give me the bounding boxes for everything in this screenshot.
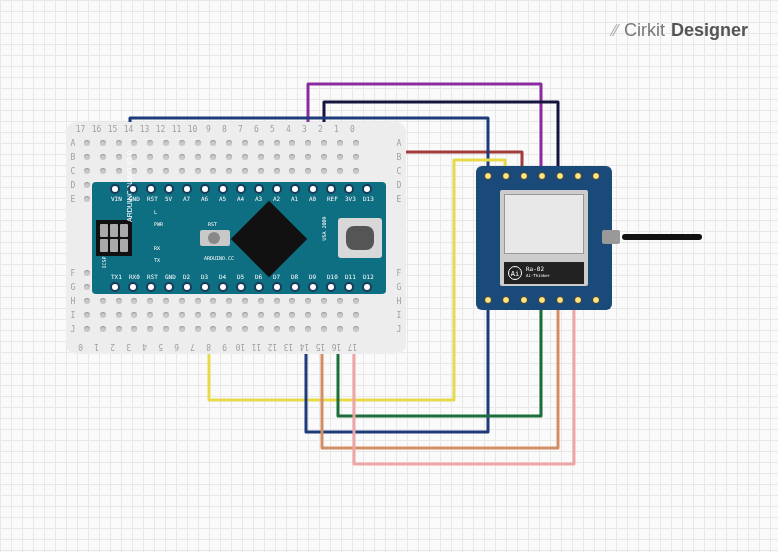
bb-hole[interactable]	[84, 270, 90, 276]
bb-hole[interactable]	[242, 154, 248, 160]
nano-pin-a5[interactable]	[218, 184, 228, 194]
lora-pin-sck[interactable]	[556, 296, 564, 304]
bb-hole[interactable]	[305, 298, 311, 304]
bb-hole[interactable]	[147, 168, 153, 174]
lora-pin-dio3[interactable]	[592, 172, 600, 180]
nano-pin-a3[interactable]	[254, 184, 264, 194]
bb-hole[interactable]	[100, 168, 106, 174]
bb-hole[interactable]	[179, 140, 185, 146]
bb-hole[interactable]	[242, 168, 248, 174]
bb-hole[interactable]	[337, 326, 343, 332]
bb-hole[interactable]	[116, 168, 122, 174]
bb-hole[interactable]	[116, 140, 122, 146]
lora-pin-nss[interactable]	[502, 296, 510, 304]
nano-pin-d9[interactable]	[308, 282, 318, 292]
bb-hole[interactable]	[84, 196, 90, 202]
lora-pin-dio2[interactable]	[574, 172, 582, 180]
bb-hole[interactable]	[305, 326, 311, 332]
nano-pin-a6[interactable]	[200, 184, 210, 194]
bb-hole[interactable]	[353, 298, 359, 304]
nano-pin-gnd[interactable]	[128, 184, 138, 194]
bb-hole[interactable]	[147, 154, 153, 160]
bb-hole[interactable]	[321, 140, 327, 146]
bb-hole[interactable]	[84, 182, 90, 188]
bb-hole[interactable]	[226, 154, 232, 160]
bb-hole[interactable]	[131, 312, 137, 318]
bb-hole[interactable]	[321, 168, 327, 174]
bb-hole[interactable]	[179, 154, 185, 160]
arduino-nano[interactable]: ICSP ARDUINO NANO V3.0 ARDUINO.CC RST US…	[92, 182, 386, 294]
bb-hole[interactable]	[258, 298, 264, 304]
bb-hole[interactable]	[289, 312, 295, 318]
bb-hole[interactable]	[337, 168, 343, 174]
lora-pin-rst[interactable]	[520, 172, 528, 180]
nano-pin-a2[interactable]	[272, 184, 282, 194]
bb-hole[interactable]	[258, 154, 264, 160]
bb-hole[interactable]	[226, 326, 232, 332]
nano-reset-button[interactable]	[200, 230, 230, 246]
nano-pin-vin[interactable]	[110, 184, 120, 194]
bb-hole[interactable]	[289, 168, 295, 174]
bb-hole[interactable]	[258, 140, 264, 146]
bb-hole[interactable]	[289, 298, 295, 304]
bb-hole[interactable]	[163, 298, 169, 304]
bb-hole[interactable]	[305, 168, 311, 174]
bb-hole[interactable]	[274, 154, 280, 160]
bb-hole[interactable]	[84, 298, 90, 304]
nano-usb-port[interactable]	[338, 218, 382, 258]
nano-pin-d6[interactable]	[254, 282, 264, 292]
bb-hole[interactable]	[321, 326, 327, 332]
bb-hole[interactable]	[116, 326, 122, 332]
bb-hole[interactable]	[116, 312, 122, 318]
bb-hole[interactable]	[258, 168, 264, 174]
bb-hole[interactable]	[321, 154, 327, 160]
bb-hole[interactable]	[147, 312, 153, 318]
bb-hole[interactable]	[258, 326, 264, 332]
nano-pin-d5[interactable]	[236, 282, 246, 292]
bb-hole[interactable]	[226, 298, 232, 304]
lora-pin-dio1[interactable]	[556, 172, 564, 180]
lora-ra02-module[interactable]: Ai Ra-02 Ai-Thinker	[476, 166, 612, 310]
bb-hole[interactable]	[242, 312, 248, 318]
lora-pin-mosi[interactable]	[520, 296, 528, 304]
nano-pin-d10[interactable]	[326, 282, 336, 292]
bb-hole[interactable]	[163, 154, 169, 160]
bb-hole[interactable]	[195, 298, 201, 304]
nano-pin-a1[interactable]	[290, 184, 300, 194]
bb-hole[interactable]	[274, 312, 280, 318]
bb-hole[interactable]	[195, 154, 201, 160]
bb-hole[interactable]	[163, 140, 169, 146]
bb-hole[interactable]	[258, 312, 264, 318]
nano-pin-gnd[interactable]	[164, 282, 174, 292]
nano-pin-a4[interactable]	[236, 184, 246, 194]
bb-hole[interactable]	[84, 326, 90, 332]
bb-hole[interactable]	[337, 140, 343, 146]
bb-hole[interactable]	[179, 168, 185, 174]
nano-pin-d12[interactable]	[362, 282, 372, 292]
bb-hole[interactable]	[195, 312, 201, 318]
bb-hole[interactable]	[337, 312, 343, 318]
bb-hole[interactable]	[179, 326, 185, 332]
bb-hole[interactable]	[210, 168, 216, 174]
lora-pin-gnd-br[interactable]	[592, 296, 600, 304]
nano-pin-ref[interactable]	[326, 184, 336, 194]
bb-hole[interactable]	[84, 312, 90, 318]
bb-hole[interactable]	[274, 326, 280, 332]
bb-hole[interactable]	[147, 326, 153, 332]
bb-hole[interactable]	[100, 326, 106, 332]
bb-hole[interactable]	[305, 140, 311, 146]
bb-hole[interactable]	[147, 298, 153, 304]
lora-pin-gnd-bl[interactable]	[484, 296, 492, 304]
bb-hole[interactable]	[100, 298, 106, 304]
bb-hole[interactable]	[226, 168, 232, 174]
bb-hole[interactable]	[195, 326, 201, 332]
lora-pin-3v3[interactable]	[502, 172, 510, 180]
bb-hole[interactable]	[305, 154, 311, 160]
nano-icsp-header[interactable]	[96, 220, 132, 256]
bb-hole[interactable]	[84, 168, 90, 174]
bb-hole[interactable]	[163, 326, 169, 332]
bb-hole[interactable]	[353, 312, 359, 318]
lora-antenna-connector[interactable]	[602, 230, 620, 244]
bb-hole[interactable]	[195, 168, 201, 174]
bb-hole[interactable]	[353, 326, 359, 332]
